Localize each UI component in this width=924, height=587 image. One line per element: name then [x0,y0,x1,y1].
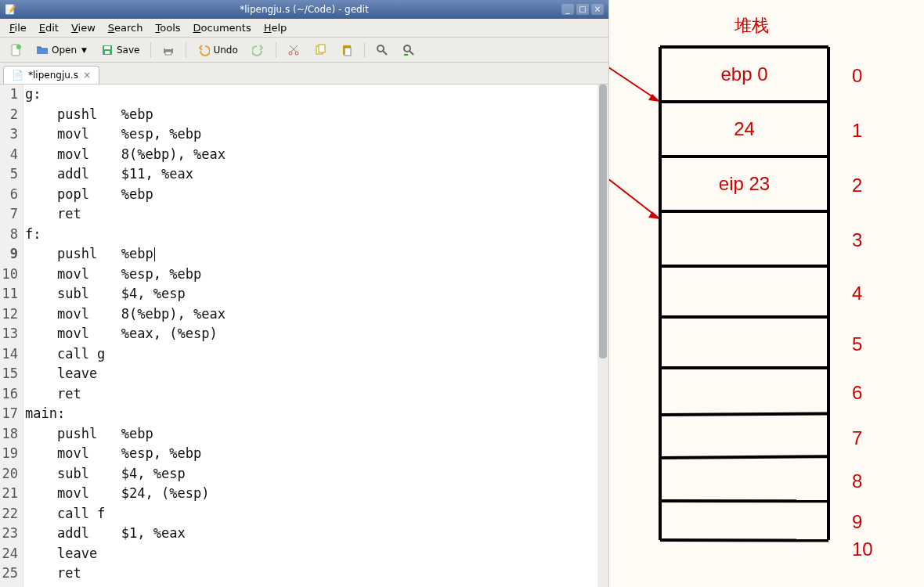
code-line[interactable]: movl 8(%ebp), %eax [25,304,608,325]
svg-rect-3 [104,46,110,49]
line-number: 8 [0,225,18,245]
stack-row-number: 1 [852,120,862,141]
line-number: 14 [0,344,18,365]
svg-rect-4 [105,51,110,54]
file-tab[interactable]: 📄 *lipengju.s × [3,66,99,84]
code-line[interactable]: pushl %ebp [25,105,608,125]
svg-point-14 [377,45,384,52]
line-number: 23 [0,524,18,544]
code-line[interactable]: subl $4, %esp [25,464,608,484]
printer-icon [162,44,175,56]
menubar: File Edit View Search Tools Documents He… [0,19,608,38]
code-line[interactable]: ret [25,384,608,405]
code-line[interactable]: main: [25,404,608,424]
code-line[interactable]: movl %esp, %ebp [25,265,608,285]
code-line[interactable]: addl $11, %eax [25,164,608,185]
code-line[interactable]: movl $24, (%esp) [25,484,608,504]
menu-documents[interactable]: Documents [187,20,258,35]
titlebar[interactable]: 📝 *lipengju.s (~/Code) - gedit _ □ × [0,0,608,19]
line-number: 18 [0,424,18,445]
svg-rect-11 [319,45,325,52]
code-line[interactable]: movl 8(%ebp), %eax [25,145,608,165]
svg-point-8 [289,52,292,55]
code-line[interactable]: f: [25,225,608,245]
redo-button[interactable] [247,41,269,59]
scrollbar-thumb[interactable] [599,85,607,358]
line-number: 1 [0,85,18,105]
toolbar-separator [276,42,276,58]
code-line[interactable]: popl %ebp [25,185,608,205]
tabbar: 📄 *lipengju.s × [0,63,608,85]
stack-cell-label: ebp 0 [720,63,767,85]
undo-button[interactable]: Undo [193,41,242,59]
line-number: 6 [0,185,18,205]
code-line[interactable]: movl %esp, %ebp [25,444,608,464]
stack-row-number: 3 [852,229,862,250]
esp-arrow [609,164,660,219]
find-replace-button[interactable] [398,41,420,59]
code-line[interactable]: movl %eax, (%esp) [25,324,608,344]
minimize-button[interactable]: _ [561,4,574,15]
window-title: *lipengju.s (~/Code) - gedit [240,4,369,15]
line-number: 15 [0,364,18,384]
search-icon [376,44,388,56]
svg-rect-13 [345,48,351,56]
stack-row-number: 4 [852,283,862,304]
save-icon [101,44,114,56]
code-line[interactable]: leave [25,364,608,384]
code-line[interactable]: g: [25,85,608,105]
stack-row-numbers: 012345678910 [852,65,873,560]
stack-title: 堆栈 [734,16,769,35]
tab-close-icon[interactable]: × [83,70,91,81]
esp-arrowhead [648,211,660,219]
code-line[interactable]: ret [25,564,608,584]
line-number: 19 [0,444,18,464]
code-line[interactable]: movl %esp, %ebp [25,124,608,145]
code-line[interactable]: pushl %ebp [25,424,608,445]
save-label: Save [117,45,139,56]
stack-row-number: 6 [852,382,862,403]
line-number: 9 [0,244,18,265]
copy-button[interactable] [309,41,331,59]
new-button[interactable] [5,41,27,59]
svg-rect-6 [165,45,171,49]
menu-view[interactable]: View [65,20,102,35]
save-button[interactable]: Save [96,41,144,59]
editor[interactable]: 1234567891011121314151617181920212223242… [0,85,608,587]
line-number: 13 [0,324,18,344]
line-number: 2 [0,105,18,125]
menu-edit[interactable]: Edit [33,20,65,35]
code-line[interactable]: leave [25,544,608,564]
code-line[interactable]: subl $4, %esp [25,284,608,304]
maximize-button[interactable]: □ [576,4,589,15]
toolbar-separator [364,42,365,58]
print-button[interactable] [157,41,179,59]
chevron-down-icon: ▼ [81,46,87,54]
code-line[interactable]: call f [25,504,608,524]
stack-row-number: 8 [852,470,862,492]
cut-button[interactable] [283,41,305,59]
code-line[interactable]: addl $1, %eax [25,524,608,544]
code-line[interactable]: ret [25,204,608,225]
menu-tools[interactable]: Tools [150,20,187,35]
tab-label: *lipengju.s [28,70,78,81]
text-cursor [154,247,155,261]
open-button[interactable]: Open ▼ [31,41,92,59]
vertical-scrollbar[interactable] [597,85,608,587]
open-label: Open [52,45,77,56]
code-line[interactable]: call g [25,344,608,365]
stack-diagram: 堆栈 ebp esp ebp 024eip 23 012345678910 [609,0,924,587]
menu-file[interactable]: File [3,20,33,35]
line-number: 17 [0,404,18,424]
paste-button[interactable] [336,41,358,59]
search-replace-icon [402,44,415,56]
menu-help[interactable]: Help [258,20,294,35]
redo-icon [252,44,265,56]
find-button[interactable] [371,41,393,59]
menu-search[interactable]: Search [102,20,150,35]
close-button[interactable]: × [591,4,604,15]
code-line[interactable]: pushl %ebp [25,244,608,265]
code-area[interactable]: g: pushl %ebp movl %esp, %ebp movl 8(%eb… [23,85,608,587]
stack-cell-label: 24 [734,118,755,139]
svg-point-15 [404,45,410,52]
